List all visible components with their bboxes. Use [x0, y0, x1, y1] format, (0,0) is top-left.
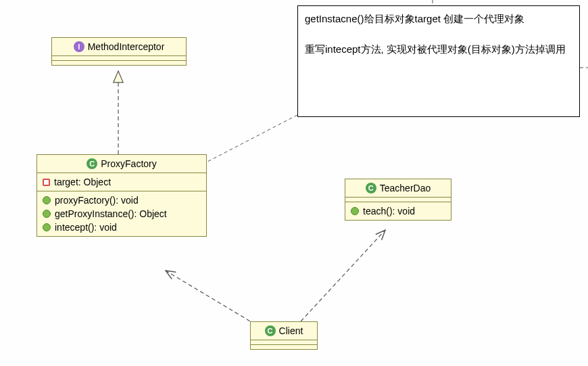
- empty-compartment: [251, 340, 317, 345]
- class-icon: C: [265, 325, 276, 336]
- operation-row: proxyFactory(): void: [43, 193, 201, 207]
- operation-label: getProxyInstance(): Object: [55, 208, 167, 219]
- empty-compartment: [52, 61, 186, 65]
- visibility-public-icon: [43, 196, 51, 204]
- class-icon: C: [87, 158, 97, 169]
- operations-compartment: proxyFactory(): void getProxyInstance():…: [37, 191, 206, 236]
- visibility-public-icon: [43, 223, 51, 231]
- class-client: C Client: [250, 321, 318, 350]
- class-name-label: TeacherDao: [380, 183, 431, 193]
- class-title: C Client: [251, 322, 317, 340]
- class-name-label: MethodInterceptor: [88, 41, 165, 52]
- interface-icon: I: [74, 41, 84, 52]
- class-name-label: ProxyFactory: [101, 158, 156, 169]
- attribute-label: target: Object: [54, 177, 111, 187]
- class-title: I MethodInterceptor: [52, 38, 186, 56]
- visibility-private-icon: [43, 179, 50, 186]
- class-proxyfactory: C ProxyFactory target: Object proxyFacto…: [36, 154, 207, 237]
- visibility-public-icon: [351, 207, 359, 215]
- empty-compartment: [52, 56, 186, 61]
- empty-compartment: [251, 345, 317, 349]
- attributes-compartment: target: Object: [37, 173, 206, 191]
- class-name-label: Client: [279, 325, 303, 336]
- empty-compartment: [345, 198, 451, 202]
- operations-compartment: teach(): void: [345, 202, 451, 220]
- class-title: C ProxyFactory: [37, 155, 206, 173]
- note-box: getInstacne()给目标对象target 创建一个代理对象 重写inte…: [297, 5, 580, 117]
- operation-label: proxyFactory(): void: [55, 195, 139, 206]
- operation-row: getProxyInstance(): Object: [43, 207, 201, 221]
- svg-line-3: [206, 115, 297, 162]
- operation-label: intecept(): void: [55, 222, 117, 233]
- svg-line-2: [301, 230, 385, 321]
- class-methodinterceptor: I MethodInterceptor: [51, 37, 187, 66]
- visibility-public-icon: [43, 210, 51, 218]
- operation-row: intecept(): void: [43, 221, 201, 234]
- class-icon: C: [366, 183, 376, 193]
- operation-label: teach(): void: [363, 206, 415, 216]
- operation-row: teach(): void: [351, 204, 445, 218]
- note-line-2: 重写intecept方法, 实现对被代理对象(目标对象)方法掉调用: [305, 42, 572, 58]
- class-title: C TeacherDao: [345, 179, 451, 198]
- class-teacherdao: C TeacherDao teach(): void: [345, 179, 451, 221]
- svg-line-1: [166, 271, 262, 328]
- attribute-row: target: Object: [43, 175, 201, 189]
- note-line-1: getInstacne()给目标对象target 创建一个代理对象: [305, 12, 572, 27]
